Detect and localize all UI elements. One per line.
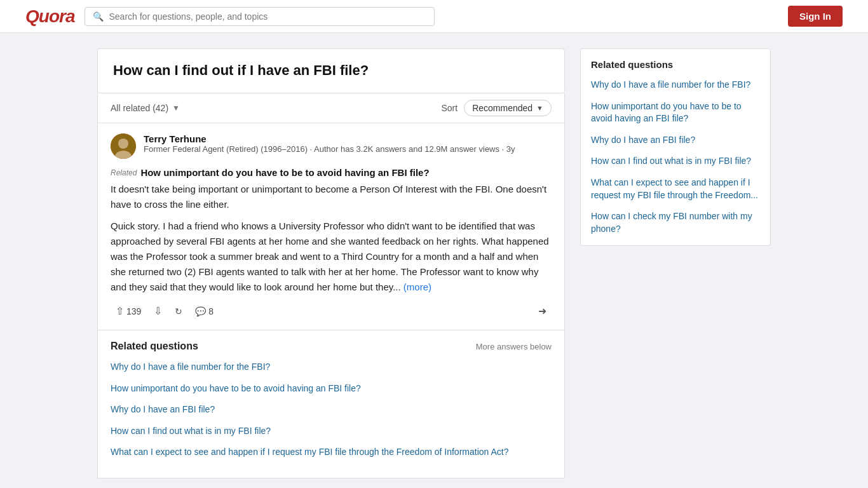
sidebar-link-item[interactable]: How can I check my FBI number with my ph… (591, 210, 760, 235)
author-name[interactable]: Terry Terhune (144, 133, 515, 144)
author-bio: Former Federal Agent (Retired) (1996–201… (144, 144, 515, 154)
related-link-item[interactable]: How can I find out what is in my FBI fil… (111, 425, 552, 438)
upvote-icon: ⇧ (116, 305, 124, 317)
sidebar-links: Why do I have a file number for the FBI?… (591, 79, 760, 235)
author-info: Terry Terhune Former Federal Agent (Reti… (144, 133, 515, 154)
action-bar: ⇧ 139 ⇩ ↻ 💬 8 ➜ (111, 302, 552, 320)
sort-label: Sort (441, 103, 458, 113)
related-section-title: Related questions (111, 341, 198, 352)
author-row: Terry Terhune Former Federal Agent (Reti… (111, 133, 552, 159)
reshare-button[interactable]: ↻ (170, 304, 187, 319)
upvote-count: 139 (126, 306, 141, 316)
sort-group: Sort Recommended ▼ (441, 100, 552, 116)
content-column: How can I find out if I have an FBI file… (97, 48, 565, 478)
related-label: Related (111, 168, 137, 177)
answer-paragraph-1: It doesn't take being important or unimp… (111, 182, 552, 212)
answer-card: Terry Terhune Former Federal Agent (Reti… (97, 123, 565, 331)
avatar (111, 133, 136, 159)
chevron-down-icon: ▼ (172, 104, 180, 112)
downvote-button[interactable]: ⇩ (149, 302, 167, 320)
share-icon: ➜ (538, 305, 546, 317)
sign-in-button[interactable]: Sign In (788, 6, 843, 27)
search-icon: 🔍 (93, 11, 104, 22)
sidebar-title: Related questions (591, 59, 760, 70)
more-link[interactable]: (more) (403, 281, 431, 292)
related-question-link[interactable]: How unimportant do you have to be to avo… (140, 167, 429, 178)
svg-point-1 (118, 139, 128, 149)
related-link-item[interactable]: Why do I have a file number for the FBI? (111, 361, 552, 374)
related-link-item[interactable]: Why do I have an FBI file? (111, 403, 552, 416)
related-in-content: Related questions More answers below Why… (97, 330, 565, 478)
all-related-dropdown[interactable]: All related (42) ▼ (111, 103, 180, 113)
recommended-label: Recommended (472, 103, 532, 113)
comment-icon: 💬 (195, 306, 206, 316)
question-title: How can I find out if I have an FBI file… (113, 62, 549, 80)
sidebar: Related questions Why do I have a file n… (580, 48, 771, 478)
sidebar-link-item[interactable]: Why do I have a file number for the FBI? (591, 79, 760, 92)
related-tag: Related How unimportant do you have to b… (111, 167, 430, 178)
sidebar-link-item[interactable]: What can I expect to see and happen if I… (591, 177, 760, 201)
related-header-row: Related questions More answers below (111, 341, 552, 352)
more-answers-below: More answers below (476, 342, 552, 351)
answer-paragraph-2: Quick story. I had a friend who knows a … (111, 219, 552, 295)
all-related-label: All related (42) (111, 103, 168, 113)
related-link-item[interactable]: What can I expect to see and happen if I… (111, 446, 552, 459)
reshare-icon: ↻ (175, 306, 182, 316)
filter-bar: All related (42) ▼ Sort Recommended ▼ (97, 93, 565, 123)
header: Quora 🔍 Sign In (0, 0, 868, 33)
search-input[interactable] (109, 11, 426, 22)
recommended-dropdown[interactable]: Recommended ▼ (464, 100, 552, 116)
question-box: How can I find out if I have an FBI file… (97, 48, 565, 93)
main-container: How can I find out if I have an FBI file… (85, 48, 783, 478)
sidebar-box: Related questions Why do I have a file n… (580, 48, 771, 246)
comment-button[interactable]: 💬 8 (190, 304, 219, 319)
sidebar-link-item[interactable]: Why do I have an FBI file? (591, 134, 760, 147)
share-button[interactable]: ➜ (533, 302, 552, 320)
related-link-item[interactable]: How unimportant do you have to be to avo… (111, 383, 552, 395)
downvote-icon: ⇩ (154, 305, 162, 317)
upvote-button[interactable]: ⇧ 139 (111, 302, 146, 320)
chevron-down-icon: ▼ (536, 104, 543, 112)
related-links-list: Why do I have a file number for the FBI?… (111, 361, 552, 459)
comment-count: 8 (208, 306, 214, 316)
sidebar-link-item[interactable]: How can I find out what is in my FBI fil… (591, 155, 760, 168)
search-bar: 🔍 (85, 7, 434, 26)
sidebar-link-item[interactable]: How unimportant do you have to be to avo… (591, 100, 760, 125)
quora-logo[interactable]: Quora (25, 6, 74, 27)
